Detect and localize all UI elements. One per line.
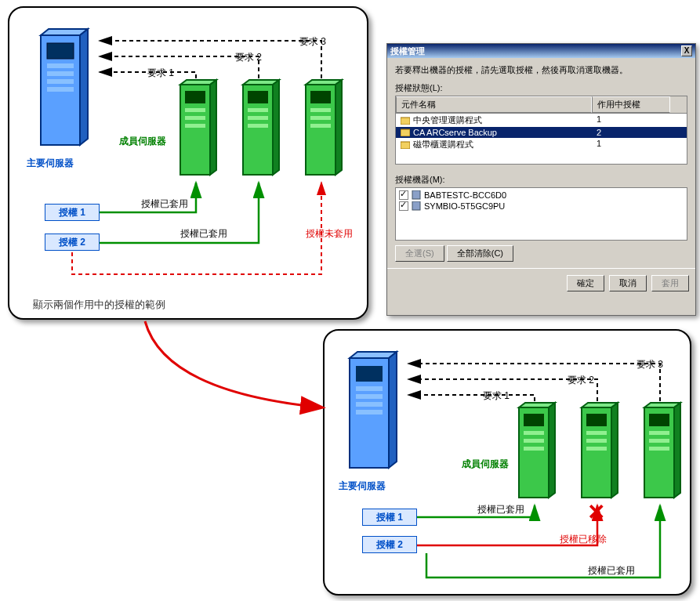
req1-label: 要求 1	[483, 389, 510, 403]
svg-rect-52	[586, 414, 607, 426]
svg-rect-19	[248, 108, 268, 112]
primary-server-icon	[33, 27, 96, 153]
not-applied-label: 授權未套用	[306, 227, 353, 241]
row-name: 磁帶櫃選購程式	[413, 139, 473, 150]
svg-marker-24	[335, 80, 342, 175]
primary-server-label: 主要伺服器	[27, 157, 74, 170]
server-icon	[412, 190, 421, 200]
svg-rect-21	[248, 124, 268, 128]
svg-rect-47	[524, 439, 544, 443]
checkbox-icon[interactable]	[399, 201, 408, 211]
member-server-1-icon	[174, 78, 221, 180]
machine-row[interactable]: SYMBIO-5T5GC9PU	[397, 201, 685, 212]
member-server-2-icon	[575, 401, 622, 503]
applied1-label: 授權已套用	[141, 197, 188, 211]
svg-rect-60	[649, 431, 669, 435]
svg-rect-18	[248, 91, 268, 103]
svg-rect-61	[649, 439, 669, 443]
machine-row[interactable]: BABTESTC-BCC6D0	[397, 190, 685, 201]
cancel-button[interactable]: 取消	[609, 275, 647, 291]
svg-rect-14	[185, 124, 205, 128]
dialog-title: 授權管理	[390, 45, 425, 57]
row-count: 2	[592, 127, 670, 138]
primary-server-icon	[342, 350, 404, 476]
checkbox-icon[interactable]	[399, 190, 408, 200]
svg-marker-44	[549, 403, 555, 498]
req2-label: 要求 2	[235, 51, 262, 64]
member-server-2-icon	[237, 78, 284, 180]
row-count: 1	[592, 114, 670, 127]
svg-rect-38	[356, 386, 383, 391]
row-name: 中央管理選購程式	[413, 114, 482, 126]
svg-rect-54	[586, 439, 607, 443]
svg-marker-36	[389, 352, 397, 468]
req3-label: 要求 3	[299, 35, 326, 49]
list-row[interactable]: 中央管理選購程式 1	[396, 114, 687, 127]
machine-name: BABTESTC-BCC6D0	[424, 190, 506, 200]
machines-label: 授權機器(M):	[395, 174, 687, 186]
svg-rect-11	[185, 91, 205, 103]
svg-rect-12	[185, 108, 205, 112]
diagram-panel-before: 主要伺服器 成員伺服器 授權 1 授權 2 要求 1 要求 2 要求 3 授權已…	[8, 6, 368, 320]
primary-server-label: 主要伺服器	[339, 480, 386, 493]
ok-button[interactable]: 確定	[567, 275, 604, 291]
svg-marker-51	[611, 403, 618, 498]
applied2-label: 授權已套用	[180, 227, 227, 241]
svg-rect-5	[47, 71, 74, 76]
list-row[interactable]: 磁帶櫃選購程式 1	[396, 138, 687, 151]
apply-button[interactable]: 套用	[651, 275, 689, 291]
dialog-instruction: 若要釋出機器的授權，請先選取授權，然後再取消選取機器。	[395, 64, 687, 76]
select-all-button[interactable]: 全選(S)	[395, 245, 444, 262]
clear-all-button[interactable]: 全部清除(C)	[447, 245, 513, 262]
member-server-1-icon	[513, 401, 560, 503]
applied2-label: 授權已套用	[588, 564, 635, 577]
machine-name: SYMBIO-5T5GC9PU	[424, 201, 505, 211]
close-icon[interactable]: X	[681, 45, 692, 56]
svg-rect-59	[649, 414, 669, 426]
svg-rect-29	[401, 118, 410, 125]
row-count: 1	[592, 138, 670, 151]
x-mark-icon: ✕	[587, 499, 605, 525]
col-active-header: 作用中授權	[592, 96, 670, 113]
col-component-header: 元件名稱	[396, 96, 592, 113]
svg-rect-4	[47, 63, 74, 68]
member-server-3-icon	[299, 78, 346, 180]
svg-rect-37	[356, 366, 383, 382]
license-1-box: 授權 1	[362, 509, 417, 526]
svg-marker-17	[273, 80, 279, 175]
list-row-selected[interactable]: CA ARCserve Backup 2	[396, 127, 687, 138]
svg-rect-45	[524, 414, 544, 426]
member-server-3-icon	[638, 401, 685, 503]
row-name: CA ARCserve Backup	[413, 128, 497, 137]
req3-label: 要求 3	[637, 358, 663, 371]
svg-rect-25	[310, 91, 331, 103]
svg-rect-7	[47, 87, 74, 92]
svg-rect-53	[586, 431, 607, 435]
panel1-caption: 顯示兩個作用中的授權的範例	[33, 298, 165, 312]
svg-marker-58	[674, 403, 680, 498]
svg-rect-30	[401, 129, 410, 136]
svg-rect-3	[47, 43, 74, 59]
svg-rect-32	[412, 190, 420, 199]
svg-rect-26	[310, 108, 331, 112]
svg-rect-41	[356, 410, 383, 415]
machines-list[interactable]: BABTESTC-BCC6D0 SYMBIO-5T5GC9PU	[395, 187, 687, 241]
svg-rect-28	[310, 124, 331, 128]
license-1-box: 授權 1	[45, 204, 100, 221]
applied1-label: 授權已套用	[477, 503, 524, 516]
svg-rect-40	[356, 402, 383, 407]
svg-rect-48	[524, 447, 544, 451]
server-icon	[412, 201, 421, 211]
license-status-list[interactable]: 元件名稱 作用中授權 中央管理選購程式 1 CA ARCserve Backup…	[395, 96, 687, 165]
svg-rect-55	[586, 447, 607, 451]
license-management-dialog: 授權管理 X 若要釋出機器的授權，請先選取授權，然後再取消選取機器。 授權狀態(…	[386, 43, 696, 316]
removed-label: 授權已移除	[560, 533, 607, 546]
license-status-label: 授權狀態(L):	[395, 82, 687, 94]
svg-rect-46	[524, 431, 544, 435]
svg-rect-6	[47, 79, 74, 84]
license-2-box: 授權 2	[45, 234, 100, 251]
req1-label: 要求 1	[147, 67, 174, 80]
svg-rect-33	[412, 201, 420, 210]
svg-marker-10	[210, 80, 216, 175]
member-server-label: 成員伺服器	[119, 135, 166, 148]
